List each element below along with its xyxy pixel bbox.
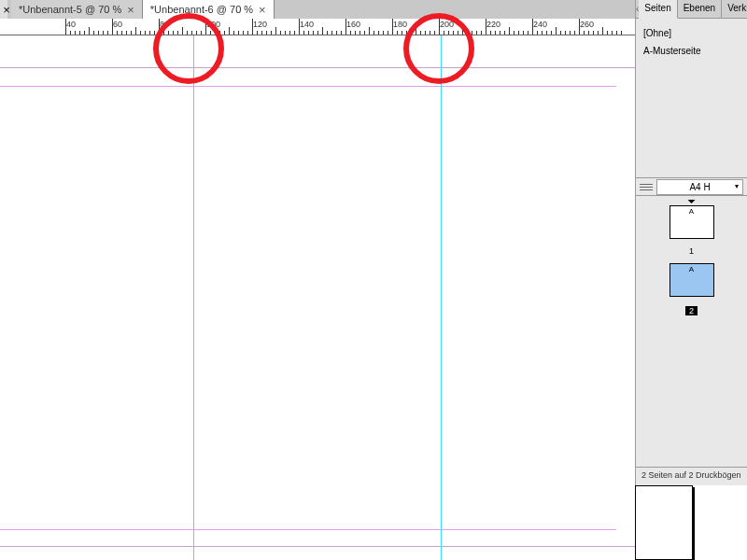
page-thumbnails: A 1 A 2 (636, 196, 747, 325)
page-thumbnail[interactable]: A (669, 263, 714, 297)
page-thumbnail[interactable]: A (669, 205, 714, 239)
page-edge (0, 546, 635, 547)
page-size-dropdown[interactable]: A4 H (656, 179, 743, 195)
page-preview (635, 485, 693, 560)
pages-panel: ‹ Seiten Ebenen Verkn [Ohne] A-Mustersei… (635, 0, 747, 485)
document-tab[interactable]: *Unbenannt-6 @ 70 % × (143, 0, 275, 19)
panel-status: 2 Seiten auf 2 Druckbögen (636, 467, 747, 485)
page-number: 1 (689, 246, 694, 256)
master-page-none[interactable]: [Ohne] (641, 24, 741, 42)
master-applied-label: A (689, 207, 694, 216)
panel-tab-layers[interactable]: Ebenen (678, 0, 722, 18)
margin-guide (0, 86, 616, 87)
panel-tab-pages[interactable]: Seiten (639, 0, 677, 19)
page-size-bar: A4 H (636, 177, 747, 196)
tab-label: *Unbenannt-5 @ 70 % (19, 4, 121, 15)
tab-label: *Unbenannt-6 @ 70 % (150, 4, 253, 15)
margin-guide (0, 529, 616, 530)
document-canvas[interactable] (0, 35, 635, 560)
page-edge (0, 67, 635, 68)
master-applied-label: A (689, 265, 694, 273)
page-number: 2 (685, 306, 698, 315)
options-icon[interactable] (640, 184, 653, 190)
master-pages-list: [Ohne] A-Musterseite (636, 19, 747, 65)
pages-section: A4 H A 1 A 2 (636, 177, 747, 325)
panel-tab-links[interactable]: Verkn (722, 0, 747, 18)
vertical-guide[interactable] (441, 35, 442, 560)
spine-marker-icon (688, 200, 696, 203)
panel-tab-bar: ‹ Seiten Ebenen Verkn (636, 0, 747, 19)
document-tab[interactable]: *Unbenannt-5 @ 70 % × (11, 0, 143, 19)
close-icon[interactable]: × (259, 3, 266, 17)
vertical-guide[interactable] (193, 35, 194, 560)
master-page-a[interactable]: A-Musterseite (641, 42, 741, 60)
close-icon[interactable]: × (127, 3, 134, 17)
close-icon[interactable]: × (2, 0, 11, 19)
